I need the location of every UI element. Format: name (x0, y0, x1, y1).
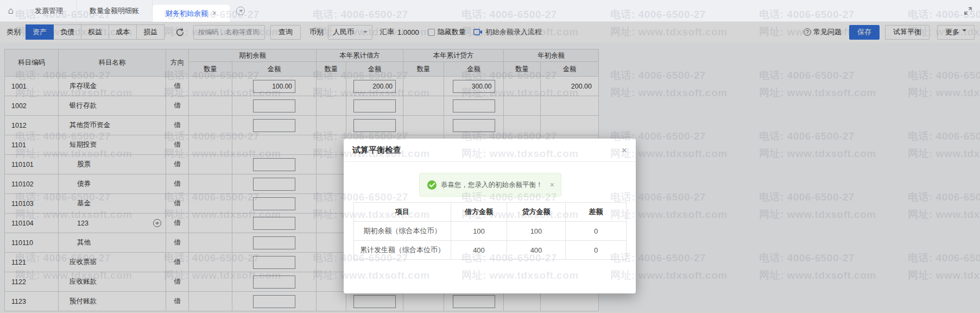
summary-cell: 0 (566, 222, 627, 241)
summary-cell: 400 (451, 241, 507, 260)
alert-close-icon[interactable]: × (550, 181, 554, 189)
success-check-icon (427, 180, 437, 190)
summary-cell: 400 (507, 241, 566, 260)
summary-cell: 100 (451, 222, 507, 241)
summary-row: 期初余额（综合本位币）1001000 (354, 222, 627, 241)
summary-cell: 100 (507, 222, 566, 241)
summary-cell: 期初余额（综合本位币） (354, 222, 451, 241)
tab-label: 财务初始余额 (166, 5, 208, 22)
tab-invoice-management[interactable]: 发票管理 (22, 0, 77, 22)
fullscreen-icon[interactable] (964, 7, 972, 15)
success-alert-message: 恭喜您，您录入的初始余额平衡！ (441, 180, 543, 190)
summary-row: 累计发生额（综合本位币）4004000 (354, 241, 627, 260)
modal-title: 试算平衡检查 (352, 145, 401, 155)
summary-col-header: 贷方金额 (507, 203, 566, 222)
summary-cell: 累计发生额（综合本位币） (354, 241, 451, 260)
trial-balance-modal: 试算平衡检查 × 恭喜您，您录入的初始余额平衡！ × 项目借方金额贷方金额差额 … (344, 139, 636, 293)
tab-bar: ⌂ 发票管理 数量金额明细账 财务初始余额 × (0, 0, 980, 22)
success-alert: 恭喜您，您录入的初始余额平衡！ × (419, 173, 561, 197)
modal-close-icon[interactable]: × (622, 146, 627, 155)
tab-financial-opening-balance[interactable]: 财务初始余额 × (153, 5, 230, 22)
summary-col-header: 差额 (566, 203, 627, 222)
tab-list-dropdown-icon[interactable] (236, 7, 245, 15)
modal-header: 试算平衡检查 × (344, 139, 636, 162)
balance-summary-table: 项目借方金额贷方金额差额 期初余额（综合本位币）1001000累计发生额（综合本… (353, 202, 627, 260)
tab-qty-amount-ledger[interactable]: 数量金额明细账 (77, 0, 153, 22)
tab-close-icon[interactable]: × (212, 9, 217, 17)
home-icon[interactable]: ⌂ (0, 5, 22, 16)
summary-cell: 0 (566, 241, 627, 260)
summary-col-header: 借方金额 (451, 203, 507, 222)
summary-col-header: 项目 (354, 203, 451, 222)
